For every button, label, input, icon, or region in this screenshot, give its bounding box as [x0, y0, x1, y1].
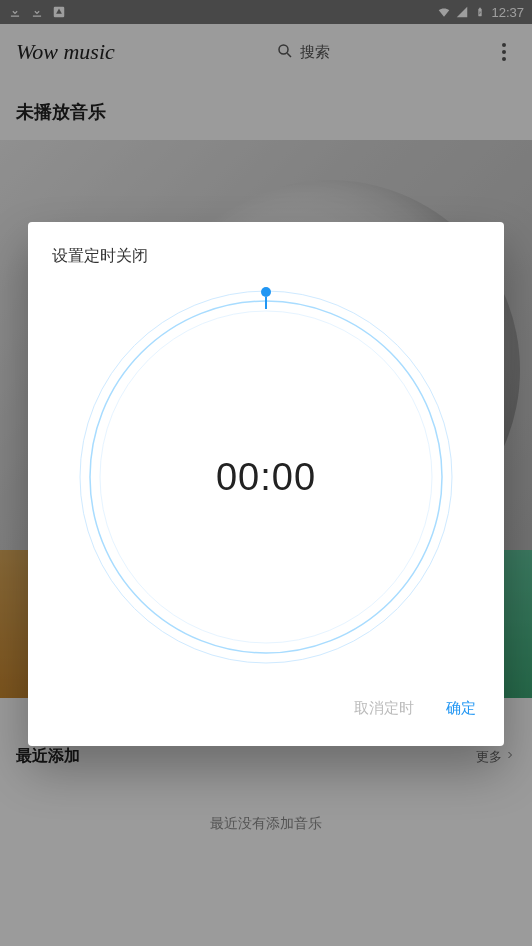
dial-time-value: 00:00 — [216, 456, 316, 499]
cancel-timer-button[interactable]: 取消定时 — [350, 691, 418, 726]
dialog-title: 设置定时关闭 — [52, 246, 480, 267]
dial-thumb[interactable] — [261, 287, 271, 297]
dial-container: 00:00 — [52, 279, 480, 683]
timer-dial[interactable]: 00:00 — [76, 287, 456, 667]
dialog-actions: 取消定时 确定 — [52, 683, 480, 734]
sleep-timer-dialog: 设置定时关闭 00:00 取消定时 确定 — [28, 222, 504, 746]
confirm-button[interactable]: 确定 — [442, 691, 480, 726]
